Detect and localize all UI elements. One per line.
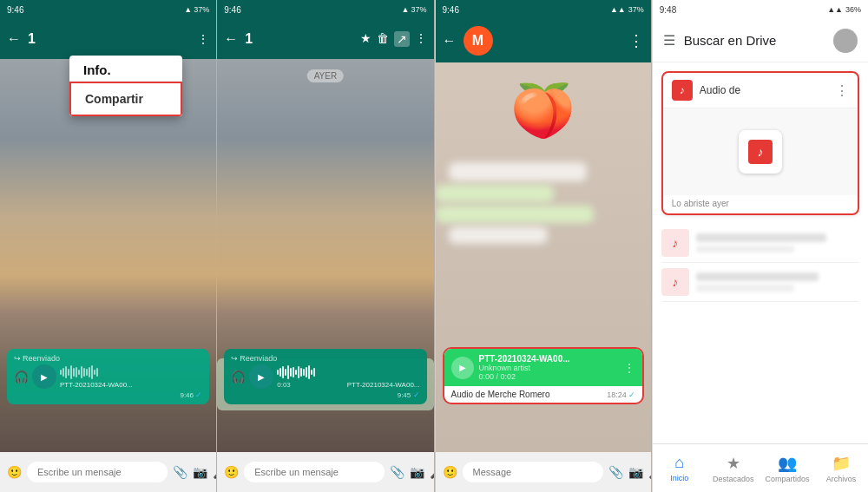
panel1-signal-icon: ▲ bbox=[184, 5, 192, 14]
panel2-emoji-icon[interactable]: 🙂 bbox=[224, 465, 239, 479]
panel2-input-bar: 🙂 📎 📷 🎤 bbox=[217, 452, 433, 492]
panel1-back-icon[interactable]: ← bbox=[7, 31, 21, 47]
panel1-audio-bubble[interactable]: ↪ Reenviado 🎧 ▶ bbox=[7, 349, 209, 404]
panel3-emoji-icon[interactable]: 🙂 bbox=[443, 465, 457, 479]
panel2-duration: 0:03 bbox=[277, 381, 291, 389]
recent-item-2-name bbox=[696, 272, 819, 281]
panel3-chat: 🍑 ▶ PTT-20210324-WA00... Unknown artist … bbox=[436, 62, 651, 452]
panel2-date-label: AYER bbox=[307, 69, 345, 82]
panel2-more-icon[interactable]: ⋮ bbox=[415, 31, 427, 47]
panel3-notif-header: ▶ PTT-20210324-WA00... Unknown artist 0:… bbox=[444, 349, 642, 386]
panel3-more-icon[interactable]: ⋮ bbox=[628, 31, 644, 50]
panel2-share-icon[interactable]: ↗ bbox=[394, 31, 410, 47]
panel3-sticker: 🍑 bbox=[509, 80, 578, 149]
panel3-sticker-emoji: 🍑 bbox=[509, 80, 578, 141]
panel4-preview-icon-container: ♪ bbox=[739, 130, 782, 174]
panel3-attach-icon[interactable]: 📎 bbox=[608, 465, 623, 479]
panel3-input-bar: 🙂 📎 📷 🎤 bbox=[436, 452, 651, 492]
panel1-attach-icon[interactable]: 📎 bbox=[173, 465, 187, 479]
panel3-notif-play[interactable]: ▶ bbox=[451, 357, 474, 379]
panel3-camera-icon[interactable]: 📷 bbox=[628, 465, 643, 479]
panel2-audio-time: 9:45 bbox=[398, 391, 411, 399]
recent-item-2-text bbox=[696, 272, 859, 292]
panel3-whatsapp: 9:46 ▲▲ 37% ← M ⋮ 🍑 ▶ bbox=[435, 0, 651, 492]
panel1-input-field[interactable] bbox=[27, 462, 168, 482]
recent-item-2-sub bbox=[696, 285, 794, 292]
panel4-bottom-nav: ⌂ Inicio ★ Destacados 👥 Compartidos 📁 Ar… bbox=[653, 443, 868, 492]
panel1-status-bar: 9:46 ▲ 37% bbox=[0, 0, 216, 19]
panel4-file-card[interactable]: ♪ Audio de ⋮ ♪ Lo abriste ayer bbox=[661, 71, 859, 215]
panel4-recent-list: ♪ ♪ bbox=[653, 224, 868, 443]
panel4-drive: 9:48 ▲▲ 36% ☰ Buscar en Drive ♪ Audio de… bbox=[652, 0, 868, 492]
panel1-more-icon[interactable]: ⋮ bbox=[197, 32, 209, 46]
panel2-audio-bubble[interactable]: ↪ Reenviado 🎧 ▶ bbox=[224, 349, 426, 404]
panel4-file-more[interactable]: ⋮ bbox=[835, 82, 849, 99]
panel2-delete-icon[interactable]: 🗑 bbox=[377, 31, 389, 47]
panel1-mic-icon[interactable]: 🎤 bbox=[213, 465, 216, 479]
panel2-status-icons: ▲ 37% bbox=[402, 5, 427, 14]
panel2-star-icon[interactable]: ★ bbox=[360, 31, 372, 47]
panel3-avatar: M bbox=[464, 26, 493, 56]
nav-inicio-label: Inicio bbox=[670, 474, 688, 482]
panel4-nav-inicio[interactable]: ⌂ Inicio bbox=[653, 454, 707, 482]
panel1-chat-area: AYER ↪ Reenviado 🎧 ▶ bbox=[0, 59, 216, 452]
panel2-forwarded-label: ↪ Reenviado bbox=[231, 354, 419, 363]
panel2-status-bar: 9:46 ▲ 37% bbox=[217, 0, 433, 19]
panel3-battery: 37% bbox=[628, 5, 644, 14]
context-menu-info[interactable]: Info. bbox=[69, 56, 182, 82]
panel4-preview-icon: ♪ bbox=[748, 140, 773, 164]
panel1-status-icons: ▲ 37% bbox=[184, 5, 209, 14]
panel3-input-field[interactable] bbox=[463, 462, 603, 482]
panel3-blurred-3 bbox=[436, 206, 595, 223]
nav-archivos-icon: 📁 bbox=[832, 454, 851, 473]
panel3-notif-footer: Audio de Merche Romero 18:24 ✓ bbox=[444, 386, 642, 403]
panel4-status-bar: 9:48 ▲▲ 36% bbox=[653, 0, 868, 19]
panel1-top-bar: ← 1 ⋮ bbox=[0, 19, 216, 59]
recent-item-1[interactable]: ♪ bbox=[661, 224, 859, 263]
panel4-card-preview: ♪ bbox=[663, 108, 858, 195]
panel4-file-icon: ♪ bbox=[672, 80, 693, 101]
panel3-signal: ▲▲ bbox=[610, 5, 626, 14]
context-menu: Info. Compartir bbox=[69, 56, 182, 116]
panel2-attach-icon[interactable]: 📎 bbox=[390, 465, 404, 479]
panel1-time: 9:46 bbox=[7, 5, 23, 15]
panel1-contact-count: 1 bbox=[28, 31, 36, 47]
panel4-file-name: Audio de bbox=[700, 84, 828, 96]
panel2-camera-icon[interactable]: 📷 bbox=[410, 465, 424, 479]
panel3-audio-notification[interactable]: ▶ PTT-20210324-WA00... Unknown artist 0:… bbox=[443, 347, 644, 404]
panel2-contact-count: 1 bbox=[245, 31, 253, 47]
panel1-headphone-icon: 🎧 bbox=[14, 370, 29, 384]
panel1-play-btn[interactable]: ▶ bbox=[32, 364, 56, 389]
panel2-battery: 37% bbox=[411, 5, 426, 14]
panel2-chat-area: AYER ↪ Reenviado 🎧 ▶ bbox=[217, 59, 433, 452]
panel3-back-icon[interactable]: ← bbox=[443, 33, 457, 49]
panel3-blurred-4 bbox=[449, 226, 548, 244]
panel2-back-icon[interactable]: ← bbox=[224, 31, 238, 47]
panel3-notif-ticks: ✓ bbox=[628, 390, 635, 399]
panel4-nav-destacados[interactable]: ★ Destacados bbox=[707, 454, 760, 483]
panel3-notif-more[interactable]: ⋮ bbox=[623, 361, 635, 375]
recent-item-2[interactable]: ♪ bbox=[661, 263, 859, 302]
panel1-camera-icon[interactable]: 📷 bbox=[193, 465, 207, 479]
recent-item-1-name bbox=[696, 233, 827, 242]
panel2-play-btn[interactable]: ▶ bbox=[249, 364, 273, 389]
panel1-forwarded-label: ↪ Reenviado bbox=[14, 354, 202, 363]
panel4-hamburger-icon[interactable]: ☰ bbox=[663, 32, 675, 49]
panel4-signal: ▲▲ bbox=[827, 5, 843, 14]
panel3-notif-artist: Unknown artist bbox=[479, 364, 618, 372]
panel4-card-header: ♪ Audio de ⋮ bbox=[663, 73, 858, 108]
panel2-whatsapp: 9:46 ▲ 37% ← 1 ★ 🗑 ↗ ⋮ AYER bbox=[217, 0, 433, 492]
context-menu-compartir[interactable]: Compartir bbox=[69, 82, 182, 116]
panel3-mic-icon[interactable]: 🎤 bbox=[648, 465, 651, 479]
panel2-input-field[interactable] bbox=[244, 462, 385, 482]
panel3-status-bar: 9:46 ▲▲ 37% bbox=[436, 0, 651, 19]
panel3-blurred-1 bbox=[449, 162, 588, 181]
panel2-mic-icon[interactable]: 🎤 bbox=[430, 465, 433, 479]
panel2-action-icons: ★ 🗑 ↗ ⋮ bbox=[360, 31, 427, 47]
panel3-notif-filename: PTT-20210324-WA00... bbox=[479, 354, 618, 364]
panel4-user-avatar[interactable] bbox=[833, 29, 858, 53]
panel1-emoji-icon[interactable]: 🙂 bbox=[7, 465, 22, 479]
panel4-nav-compartidos[interactable]: 👥 Compartidos bbox=[760, 454, 814, 483]
panel1-bg: AYER ↪ Reenviado 🎧 ▶ bbox=[0, 59, 216, 452]
panel4-nav-archivos[interactable]: 📁 Archivos bbox=[814, 454, 868, 483]
